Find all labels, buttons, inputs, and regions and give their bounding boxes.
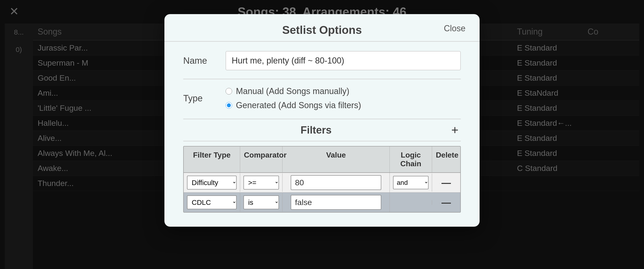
type-label: Type [183,93,226,104]
delete-button-1[interactable]: — [442,178,451,188]
close-button[interactable]: Close [444,24,466,34]
filter-type-select-2[interactable]: Difficulty CDLC Artist Album Tuning Year [187,196,236,209]
modal-body: Name Type Manual (Add Songs manually) [164,42,480,212]
radio-manual[interactable]: Manual (Add Songs manually) [226,86,461,96]
comparator-cell-2: is [240,193,282,212]
modal-overlay: Setlist Options Close Name Type [0,0,644,269]
name-input[interactable] [226,51,461,70]
col-filter-type: Filter Type [184,146,240,172]
filter-type-cell-2: Difficulty CDLC Artist Album Tuning Year [184,193,240,212]
filters-table-header: Filter Type Comparator Value Logic Chain… [184,146,460,173]
radio-group: Manual (Add Songs manually) Generated (A… [226,86,461,110]
col-comparator: Comparator [240,146,282,172]
col-value: Value [282,146,390,172]
filters-table: Filter Type Comparator Value Logic Chain… [183,146,461,212]
filter-type-select-1[interactable]: Difficulty CDLC Artist Album Tuning Year [187,176,236,190]
add-filter-button[interactable]: + [449,124,461,136]
filters-section: Filters + Filter Type Comparator Value L… [183,119,461,212]
radio-generated[interactable]: Generated (Add Songs via filters) [226,100,461,110]
delete-cell-1: — [432,176,460,190]
type-row: Type Manual (Add Songs manually) Generat… [183,86,461,110]
name-row: Name [183,51,461,70]
setlist-options-modal: Setlist Options Close Name Type [164,14,480,227]
col-delete: Delete [432,146,460,172]
value-input-2[interactable] [291,195,381,210]
name-input-container [226,51,461,70]
filter-type-cell-1: Difficulty CDLC Artist Album Tuning Year [184,173,240,192]
value-input-1[interactable] [291,175,381,190]
modal-header: Setlist Options Close [164,14,480,42]
form-divider [183,79,461,79]
radio-generated-label: Generated (Add Songs via filters) [236,100,361,110]
delete-cell-2: — [432,196,460,210]
delete-button-2[interactable]: — [442,198,451,207]
comparator-cell-1: >= <= = > < [240,173,282,192]
name-label: Name [183,56,226,66]
filters-title: Filters [183,124,449,136]
radio-generated-input[interactable] [226,102,232,109]
type-options: Manual (Add Songs manually) Generated (A… [226,86,461,110]
modal-title: Setlist Options [282,24,362,36]
value-cell-1 [282,173,390,192]
filter-row-2: Difficulty CDLC Artist Album Tuning Year… [184,192,460,212]
logic-chain-select-1[interactable]: and or [393,176,428,189]
radio-manual-label: Manual (Add Songs manually) [236,86,349,96]
filters-header: Filters + [183,119,461,141]
comparator-select-2[interactable]: is [244,196,279,209]
col-logic-chain: Logic Chain [390,146,432,172]
comparator-select-1[interactable]: >= <= = > < [244,176,279,190]
logic-chain-cell-1: and or [390,174,432,192]
logic-chain-cell-2 [390,200,432,205]
radio-manual-input[interactable] [226,88,232,94]
value-cell-2 [282,192,390,212]
filter-row-1: Difficulty CDLC Artist Album Tuning Year… [184,173,460,192]
